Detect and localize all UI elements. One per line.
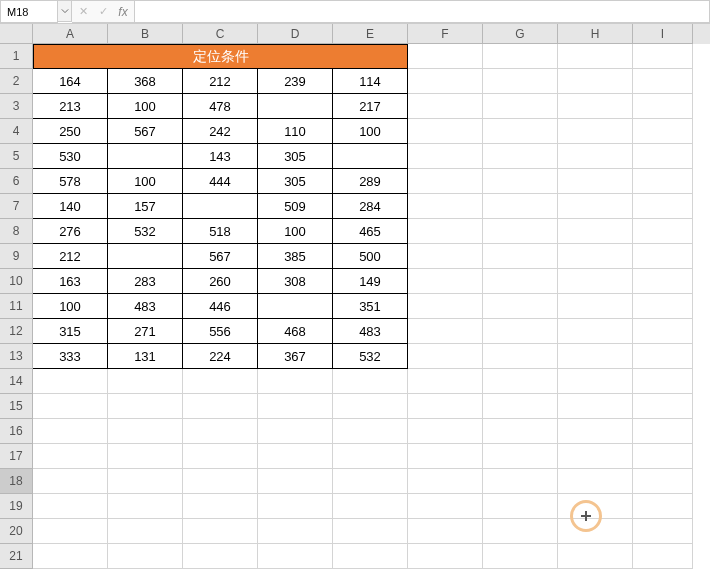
cell[interactable]	[558, 144, 633, 169]
cell[interactable]	[183, 369, 258, 394]
cell[interactable]: 468	[258, 319, 333, 344]
cell[interactable]	[258, 94, 333, 119]
cell[interactable]	[558, 369, 633, 394]
cell[interactable]	[33, 394, 108, 419]
cell[interactable]: 284	[333, 194, 408, 219]
cell[interactable]: 224	[183, 344, 258, 369]
cell[interactable]: 556	[183, 319, 258, 344]
cell[interactable]	[333, 419, 408, 444]
cell[interactable]	[333, 494, 408, 519]
column-header[interactable]: F	[408, 24, 483, 44]
cell[interactable]	[483, 494, 558, 519]
cell[interactable]: 305	[258, 169, 333, 194]
cell[interactable]	[408, 69, 483, 94]
cell[interactable]	[558, 294, 633, 319]
cell[interactable]: 333	[33, 344, 108, 369]
column-header[interactable]: H	[558, 24, 633, 44]
cell[interactable]	[558, 94, 633, 119]
row-header[interactable]: 20	[0, 519, 33, 544]
cell[interactable]: 143	[183, 144, 258, 169]
cell[interactable]	[33, 544, 108, 569]
column-header[interactable]: A	[33, 24, 108, 44]
cell[interactable]	[408, 244, 483, 269]
cell[interactable]	[183, 469, 258, 494]
cell[interactable]	[33, 369, 108, 394]
cell[interactable]	[258, 519, 333, 544]
cell[interactable]	[558, 44, 633, 69]
cell[interactable]	[33, 469, 108, 494]
cell[interactable]	[408, 94, 483, 119]
cell[interactable]	[483, 394, 558, 419]
column-header[interactable]: D	[258, 24, 333, 44]
cell[interactable]: 315	[33, 319, 108, 344]
cell[interactable]	[258, 544, 333, 569]
cell[interactable]	[408, 44, 483, 69]
cell[interactable]	[258, 394, 333, 419]
cell[interactable]: 239	[258, 69, 333, 94]
cell[interactable]: 212	[33, 244, 108, 269]
cell[interactable]	[633, 319, 693, 344]
cell[interactable]: 444	[183, 169, 258, 194]
cell[interactable]	[483, 319, 558, 344]
cell[interactable]	[558, 194, 633, 219]
row-header[interactable]: 13	[0, 344, 33, 369]
cell[interactable]	[483, 219, 558, 244]
cell[interactable]	[258, 469, 333, 494]
cell[interactable]: 567	[183, 244, 258, 269]
cell[interactable]: 367	[258, 344, 333, 369]
cell[interactable]	[33, 419, 108, 444]
cell[interactable]: 276	[33, 219, 108, 244]
cell[interactable]	[408, 394, 483, 419]
cell[interactable]	[558, 544, 633, 569]
confirm-icon[interactable]: ✓	[96, 5, 110, 18]
cell[interactable]	[108, 244, 183, 269]
cell[interactable]	[408, 119, 483, 144]
cell[interactable]	[108, 494, 183, 519]
cell[interactable]: 530	[33, 144, 108, 169]
cell[interactable]: 100	[258, 219, 333, 244]
cell[interactable]	[108, 519, 183, 544]
column-header[interactable]: C	[183, 24, 258, 44]
row-header[interactable]: 21	[0, 544, 33, 569]
cell[interactable]	[183, 394, 258, 419]
cell[interactable]	[408, 269, 483, 294]
cell[interactable]	[108, 369, 183, 394]
cell[interactable]	[633, 94, 693, 119]
cell[interactable]	[633, 344, 693, 369]
cell[interactable]	[333, 519, 408, 544]
cell[interactable]	[408, 144, 483, 169]
row-header[interactable]: 14	[0, 369, 33, 394]
cell[interactable]	[633, 219, 693, 244]
cell[interactable]	[408, 294, 483, 319]
row-header[interactable]: 1	[0, 44, 33, 69]
cell[interactable]	[258, 294, 333, 319]
cell[interactable]: 518	[183, 219, 258, 244]
cell[interactable]: 478	[183, 94, 258, 119]
cell[interactable]	[558, 394, 633, 419]
cell[interactable]	[408, 319, 483, 344]
cell[interactable]	[558, 219, 633, 244]
cell[interactable]: 100	[108, 94, 183, 119]
cell[interactable]	[483, 369, 558, 394]
column-header[interactable]: I	[633, 24, 693, 44]
cell[interactable]: 149	[333, 269, 408, 294]
cell[interactable]	[108, 394, 183, 419]
cell[interactable]	[558, 119, 633, 144]
cell[interactable]	[108, 419, 183, 444]
cell[interactable]	[408, 169, 483, 194]
cell[interactable]	[408, 494, 483, 519]
cell[interactable]: 114	[333, 69, 408, 94]
cell[interactable]	[483, 194, 558, 219]
cell[interactable]: 500	[333, 244, 408, 269]
cell[interactable]: 242	[183, 119, 258, 144]
row-header[interactable]: 4	[0, 119, 33, 144]
cell[interactable]	[258, 419, 333, 444]
cell[interactable]	[633, 144, 693, 169]
cell[interactable]	[633, 244, 693, 269]
row-header[interactable]: 7	[0, 194, 33, 219]
cell[interactable]	[108, 144, 183, 169]
cell[interactable]	[408, 544, 483, 569]
cell[interactable]	[633, 519, 693, 544]
cell[interactable]: 483	[333, 319, 408, 344]
row-header[interactable]: 2	[0, 69, 33, 94]
